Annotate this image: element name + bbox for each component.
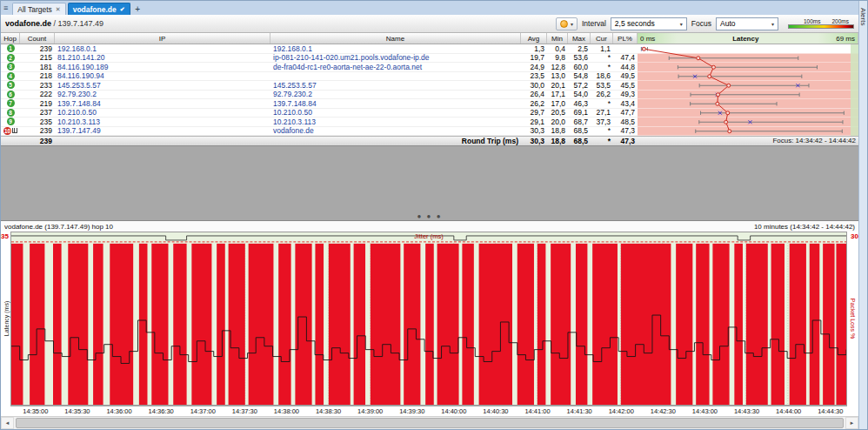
min-cell: 9,8 [547,53,568,62]
menu-icon[interactable]: ≡ [3,3,8,12]
focus-select[interactable]: Auto ▾ [716,17,778,30]
tab-vodafone[interactable]: vodafone.de ✔ [68,3,130,15]
col-header-min[interactable]: Min [547,33,568,44]
ip-cell: 84.116.190.94 [55,71,270,80]
tab-label: vodafone.de [73,5,117,14]
pl-cell: 47,7 [613,108,638,117]
time-tick: 14:42:30 [651,407,676,415]
hop-number-badge: 7 [7,99,15,107]
main-column: ≡ All Targets ✕ vodafone.de ✔ + vodafone… [1,1,858,429]
scroll-left-button[interactable]: ◄ [1,417,14,429]
jitter-label: Jitter (ms) [414,232,443,240]
max-cell: 68,5 [568,126,591,135]
avg-cell: 29,7 [521,108,547,117]
loss-axis-top-value: 30 [851,232,858,240]
col-header-name[interactable]: Name [270,33,521,44]
time-tick: 14:40:30 [483,407,508,415]
hop-number-badge: 6 [7,91,15,98]
col-header-max[interactable]: Max [568,33,591,44]
latency-legend: 100ms 200ms [788,18,854,29]
chevron-down-icon: ▾ [771,21,774,27]
pl-cell: 47,3 [613,137,638,145]
scrollbar-track[interactable] [14,417,845,429]
col-header-ip[interactable]: IP [55,33,270,44]
max-cell: 60,0 [568,63,591,71]
trace-status-button[interactable]: ▾ [556,17,578,30]
ip-cell: 92.79.230.2 [55,90,270,98]
max-cell: 2,5 [568,44,591,53]
table-header: HopCountIPNameAvgMinMaxCurPL%0 msLatency… [1,33,858,44]
splitter-handle[interactable]: ● ● ● [417,213,443,219]
col-header-latency[interactable]: 0 msLatency69 ms [638,33,858,44]
timeline-title: vodafone.de (139.7.147.49) hop 10 [4,223,113,231]
pingplotter-window: ≡ All Targets ✕ vodafone.de ✔ + vodafone… [0,0,868,430]
name-cell: 192.168.0.1 [270,44,521,53]
check-icon: ✔ [120,6,125,13]
min-cell: 18,8 [547,137,568,145]
min-cell: 20,5 [547,108,568,117]
hop-cell: 3 [1,63,20,71]
scroll-right-button[interactable]: ► [845,417,858,429]
scrollbar-thumb[interactable] [16,418,844,428]
name-cell: 10.210.0.50 [270,108,521,117]
col-header-avg[interactable]: Avg [521,33,547,44]
max-cell: 46,3 [568,99,591,108]
focus-value: Auto [720,19,736,28]
cur-cell: 37,3 [591,118,613,126]
col-header-count[interactable]: Count [20,33,55,44]
hop-number-badge: 8 [7,109,15,117]
timeline-plot [11,232,846,405]
min-cell: 17,0 [547,99,568,108]
hop-cell: 8 [1,109,20,117]
round-trip-label: Round Trip (ms) [270,137,521,145]
pl-cell: 48,5 [613,118,638,126]
loss-axis-label: Packet Loss % [850,299,856,339]
time-tick: 14:44:00 [776,407,801,415]
cur-cell: 1,1 [591,44,613,53]
col-header-plpct[interactable]: PL% [613,33,638,44]
count-cell: 222 [20,90,55,98]
time-tick: 14:41:30 [567,407,592,415]
name-cell: 10.210.3.113 [270,118,521,126]
target-ip: 139.7.147.49 [58,19,104,28]
interval-value: 2,5 seconds [615,19,655,28]
ip-cell: 10.210.3.113 [55,118,270,126]
count-cell: 181 [20,63,55,71]
count-cell: 237 [20,108,55,117]
interval-select[interactable]: 2,5 seconds ▾ [611,17,687,30]
cur-cell: 53,5 [591,81,613,90]
cur-cell: 27,1 [591,108,613,117]
avg-cell: 30,3 [521,126,547,135]
horizontal-scrollbar[interactable]: ◄ ► [1,416,858,429]
avg-cell: 1,3 [521,44,547,53]
hop-number-badge: 1 [7,44,15,52]
tab-all-targets[interactable]: All Targets ✕ [12,3,65,15]
timeline-shown-icon [12,128,17,133]
alerts-side-tab[interactable]: Alerts [858,1,867,429]
pl-cell: 43,4 [613,99,638,108]
time-tick: 14:38:00 [274,407,299,415]
close-icon[interactable]: ✕ [56,6,61,13]
col-header-cur[interactable]: Cur [591,33,613,44]
avg-cell: 19,7 [521,53,547,62]
time-tick: 14:43:30 [734,407,759,415]
count-cell: 215 [20,53,55,62]
time-tick: 14:39:00 [357,407,383,415]
alerts-label: Alerts [859,8,867,25]
timeline-header: vodafone.de (139.7.147.49) hop 10 10 min… [1,221,858,232]
count-cell: 219 [20,99,55,108]
trace-controls: ▾ Interval 2,5 seconds ▾ Focus Auto ▾ 10… [556,17,854,30]
cur-cell: * [591,137,613,145]
max-cell: 54,0 [568,90,591,98]
name-cell: 139.7.148.84 [270,99,521,108]
new-tab-button[interactable]: + [132,3,144,15]
col-header-hop[interactable]: Hop [1,33,20,44]
time-tick: 14:36:00 [106,407,131,415]
min-cell: 18,8 [547,126,568,135]
cur-cell: * [591,126,613,135]
timeline-chart[interactable]: Jitter (ms) [10,232,847,406]
hop-cell: 6 [1,91,20,98]
min-cell: 13,0 [547,71,568,80]
avg-cell: 29,1 [521,118,547,126]
name-cell: 92.79.230.2 [270,90,521,98]
